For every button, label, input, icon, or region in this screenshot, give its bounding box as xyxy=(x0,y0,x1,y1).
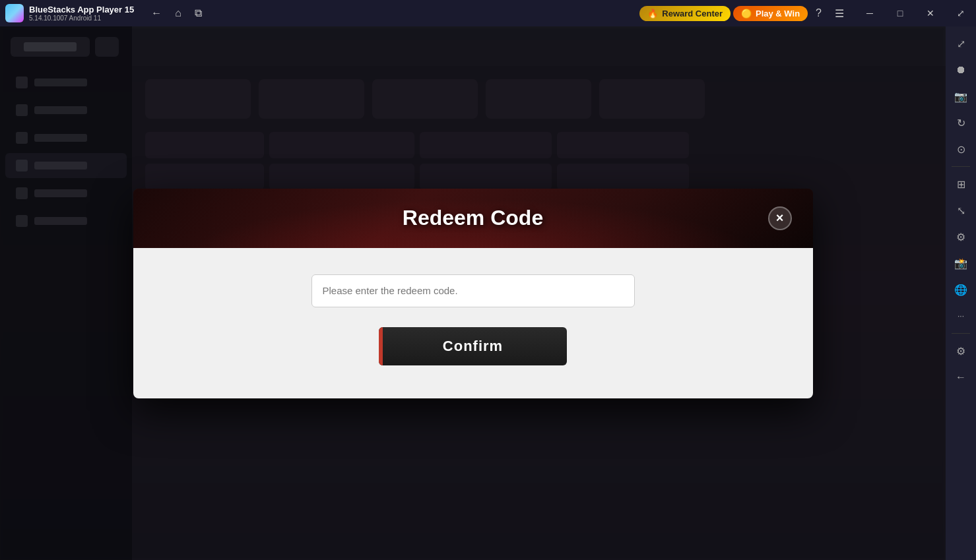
titlebar-actions: 🔥 Reward Center 🟡 Play & Win ? ☰ xyxy=(639,5,849,22)
confirm-button[interactable]: Confirm xyxy=(379,327,567,365)
titlebar-nav: ← ⌂ ⧉ xyxy=(147,5,206,22)
confirm-button-accent xyxy=(379,327,383,365)
window-controls: ─ □ ✕ ⤢ xyxy=(855,0,976,26)
modal-header: Redeem Code × xyxy=(133,189,813,248)
modal-title: Redeem Code xyxy=(178,206,768,230)
expand-button[interactable]: ⤢ xyxy=(946,0,976,26)
modal-close-button[interactable]: × xyxy=(768,206,792,230)
sidebar-divider-2 xyxy=(952,333,970,334)
modal-body: Confirm xyxy=(133,248,813,398)
sidebar-expand-icon[interactable]: ⤢ xyxy=(949,32,973,55)
fire-icon: 🔥 xyxy=(647,9,658,18)
sidebar-macro-icon[interactable]: ⚙ xyxy=(949,225,973,249)
sidebar-screenshot-icon[interactable]: 📷 xyxy=(949,84,973,108)
sidebar-more-icon[interactable]: ··· xyxy=(949,304,973,328)
home-nav-button[interactable]: ⌂ xyxy=(171,5,185,22)
close-button[interactable]: ✕ xyxy=(915,0,946,26)
confirm-button-label: Confirm xyxy=(443,338,503,355)
menu-button[interactable]: ☰ xyxy=(830,5,849,22)
sidebar-camera-icon[interactable]: 📸 xyxy=(949,251,973,275)
sidebar-capture-icon[interactable]: ⊙ xyxy=(949,137,973,161)
reward-center-label: Reward Center xyxy=(662,9,723,18)
sidebar-transform-icon[interactable]: ⤡ xyxy=(949,199,973,222)
tabs-nav-button[interactable]: ⧉ xyxy=(191,5,206,22)
help-button[interactable]: ? xyxy=(810,5,827,22)
right-sidebar: ⤢ ⏺ 📷 ↻ ⊙ ⊞ ⤡ ⚙ 📸 🌐 ··· ⚙ ← xyxy=(946,26,976,560)
app-name: BlueStacks App Player 15 xyxy=(29,5,134,15)
main-content: Redeem Code × Confirm xyxy=(0,26,946,560)
minimize-button[interactable]: ─ xyxy=(855,0,885,26)
sidebar-settings-icon[interactable]: ⚙ xyxy=(949,339,973,363)
reward-center-button[interactable]: 🔥 Reward Center xyxy=(639,6,731,21)
back-nav-button[interactable]: ← xyxy=(147,5,166,22)
titlebar: BlueStacks App Player 15 5.14.10.1007 An… xyxy=(0,0,976,26)
sidebar-divider-1 xyxy=(952,166,970,167)
redeem-code-modal: Redeem Code × Confirm xyxy=(133,189,813,398)
sidebar-globe-icon[interactable]: 🌐 xyxy=(949,278,973,301)
play-win-label: Play & Win xyxy=(756,9,800,18)
sidebar-back-icon[interactable]: ← xyxy=(949,365,973,389)
play-win-button[interactable]: 🟡 Play & Win xyxy=(733,6,808,21)
sidebar-record-icon[interactable]: ⏺ xyxy=(949,58,973,82)
maximize-button[interactable]: □ xyxy=(885,0,915,26)
app-version: 5.14.10.1007 Android 11 xyxy=(29,15,137,22)
sidebar-refresh-icon[interactable]: ↻ xyxy=(949,111,973,135)
modal-overlay: Redeem Code × Confirm xyxy=(0,26,946,560)
redeem-code-input[interactable] xyxy=(311,274,635,307)
app-logo xyxy=(5,4,24,22)
sidebar-scale-icon[interactable]: ⊞ xyxy=(949,172,973,196)
coin-icon: 🟡 xyxy=(741,9,752,18)
